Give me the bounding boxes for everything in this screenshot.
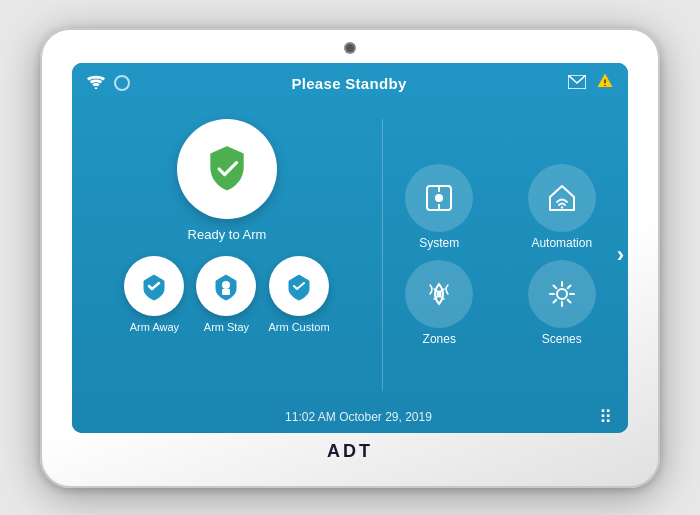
arm-away-button[interactable]: Arm Away bbox=[124, 256, 184, 333]
arm-buttons-row: Arm Away Arm Stay bbox=[124, 256, 329, 333]
grid-buttons: System bbox=[383, 164, 618, 346]
scenes-label: Scenes bbox=[542, 332, 582, 346]
screen: Please Standby bbox=[72, 63, 628, 433]
automation-label: Automation bbox=[531, 236, 592, 250]
ready-to-arm-button[interactable] bbox=[177, 119, 277, 219]
status-text: Please Standby bbox=[291, 75, 406, 92]
svg-point-8 bbox=[435, 194, 443, 202]
arm-custom-button[interactable]: Arm Custom bbox=[268, 256, 329, 333]
automation-button[interactable]: Automation bbox=[506, 164, 619, 250]
top-bar: Please Standby bbox=[72, 63, 628, 103]
notification-icons bbox=[568, 72, 614, 94]
wifi-icon bbox=[86, 73, 106, 93]
zones-label: Zones bbox=[423, 332, 456, 346]
scenes-button[interactable]: Scenes bbox=[506, 260, 619, 346]
svg-point-5 bbox=[222, 281, 230, 289]
svg-line-22 bbox=[553, 300, 556, 303]
svg-rect-6 bbox=[222, 289, 230, 295]
datetime-display: 11:02 AM October 29, 2019 bbox=[118, 410, 599, 424]
right-panel: System bbox=[383, 109, 628, 401]
next-page-button[interactable]: › bbox=[617, 242, 624, 268]
menu-grid-button[interactable]: ⠿ bbox=[599, 406, 612, 428]
svg-line-20 bbox=[567, 300, 570, 303]
left-panel: Ready to Arm Arm Away bbox=[72, 109, 382, 401]
arm-custom-label: Arm Custom bbox=[268, 321, 329, 333]
mail-icon[interactable] bbox=[568, 75, 586, 92]
svg-point-12 bbox=[561, 206, 563, 208]
status-icons bbox=[86, 73, 130, 93]
bottom-bar: 11:02 AM October 29, 2019 ⠿ bbox=[72, 401, 628, 433]
brand-logo: ADT bbox=[327, 441, 373, 462]
zones-button[interactable]: Zones bbox=[383, 260, 496, 346]
svg-point-14 bbox=[557, 289, 567, 299]
alert-icon[interactable] bbox=[596, 72, 614, 94]
ready-label: Ready to Arm bbox=[188, 227, 267, 242]
arm-stay-label: Arm Stay bbox=[204, 321, 249, 333]
signal-icon bbox=[114, 75, 130, 91]
svg-point-13 bbox=[437, 292, 442, 297]
camera bbox=[346, 44, 354, 52]
system-label: System bbox=[419, 236, 459, 250]
arm-away-label: Arm Away bbox=[130, 321, 179, 333]
svg-line-21 bbox=[567, 286, 570, 289]
device-frame: Please Standby bbox=[40, 28, 660, 488]
svg-point-4 bbox=[604, 85, 606, 87]
arm-stay-button[interactable]: Arm Stay bbox=[196, 256, 256, 333]
system-button[interactable]: System bbox=[383, 164, 496, 250]
svg-line-19 bbox=[553, 286, 556, 289]
svg-point-0 bbox=[95, 87, 98, 89]
